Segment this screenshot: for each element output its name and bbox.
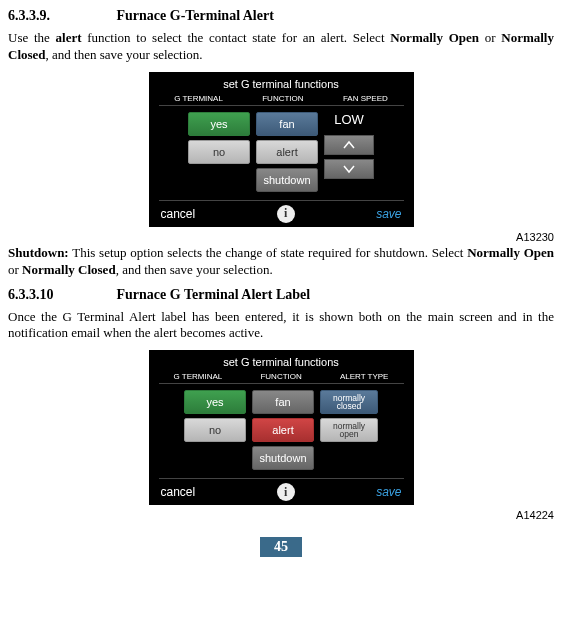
chevron-up-icon [343,140,355,150]
save-button[interactable]: save [376,207,401,221]
fan-speed-column: LOW [324,112,374,192]
g-terminal-column: yes no [188,112,250,192]
separator [159,383,404,384]
text: , and then save your selection. [116,262,273,277]
page-number-wrap: 45 [8,537,554,557]
figure-1: set G terminal functions G TERMINAL FUNC… [8,72,554,227]
chevron-down-icon [343,164,355,174]
text: function to select the contact state for… [82,30,391,45]
header-alert-type: ALERT TYPE [340,372,388,381]
columns-row: yes no fan alert shutdown normally close… [149,390,414,470]
yes-button[interactable]: yes [184,390,246,414]
text: or [8,262,22,277]
section2-paragraph: Once the G Terminal Alert label has been… [8,309,554,343]
alert-button[interactable]: alert [252,418,314,442]
no-button[interactable]: no [188,140,250,164]
header-function: FUNCTION [260,372,301,381]
screen-title: set G terminal functions [149,78,414,90]
down-arrow-button[interactable] [324,159,374,179]
info-icon[interactable]: i [277,205,295,223]
text: open [340,430,359,439]
separator [159,105,404,106]
normally-closed-button[interactable]: normally closed [320,390,378,414]
yes-button[interactable]: yes [188,112,250,136]
normally-open-button[interactable]: normally open [320,418,378,442]
header-function: FUNCTION [262,94,303,103]
separator [159,200,404,201]
text: closed [337,402,362,411]
section-title-1: Furnace G-Terminal Alert [117,8,274,23]
figure-id-1: A13230 [8,231,554,243]
separator [159,478,404,479]
info-icon[interactable]: i [277,483,295,501]
fan-button[interactable]: fan [252,390,314,414]
columns-row: yes no fan alert shutdown LOW [149,112,414,192]
section-number-2: 6.3.3.10 [8,287,113,303]
fan-button[interactable]: fan [256,112,318,136]
screen-footer: cancel i save [149,205,414,223]
section-heading-2: 6.3.3.10 Furnace G Terminal Alert Label [8,287,554,303]
g-terminal-column: yes no [184,390,246,470]
alert-type-column: normally closed normally open [320,390,378,470]
header-g-terminal: G TERMINAL [174,94,223,103]
page-number: 45 [260,537,302,557]
bold-text: Normally Open [467,245,554,260]
header-fan-speed: FAN SPEED [343,94,388,103]
device-screen-2: set G terminal functions G TERMINAL FUNC… [149,350,414,505]
screen-footer: cancel i save [149,483,414,501]
function-column: fan alert shutdown [252,390,314,470]
text: Use the [8,30,56,45]
shutdown-label: Shutdown: [8,245,69,260]
screen-title: set G terminal functions [149,356,414,368]
up-arrow-button[interactable] [324,135,374,155]
bold-text: alert [56,30,82,45]
cancel-button[interactable]: cancel [161,485,196,499]
shutdown-button[interactable]: shutdown [256,168,318,192]
shutdown-paragraph: Shutdown: This setup option selects the … [8,245,554,279]
text: This setup option selects the change of … [69,245,467,260]
column-headers: G TERMINAL FUNCTION ALERT TYPE [149,372,414,381]
figure-2: set G terminal functions G TERMINAL FUNC… [8,350,554,505]
function-column: fan alert shutdown [256,112,318,192]
text: , and then save your selection. [46,47,203,62]
text: or [479,30,501,45]
section-heading-1: 6.3.3.9. Furnace G-Terminal Alert [8,8,554,24]
column-headers: G TERMINAL FUNCTION FAN SPEED [149,94,414,103]
shutdown-button[interactable]: shutdown [252,446,314,470]
section-title-2: Furnace G Terminal Alert Label [117,287,311,302]
section1-paragraph: Use the alert function to select the con… [8,30,554,64]
header-g-terminal: G TERMINAL [174,372,223,381]
alert-button[interactable]: alert [256,140,318,164]
fan-speed-value: LOW [334,112,364,127]
save-button[interactable]: save [376,485,401,499]
device-screen-1: set G terminal functions G TERMINAL FUNC… [149,72,414,227]
no-button[interactable]: no [184,418,246,442]
section-number-1: 6.3.3.9. [8,8,113,24]
cancel-button[interactable]: cancel [161,207,196,221]
bold-text: Normally Open [390,30,479,45]
figure-id-2: A14224 [8,509,554,521]
bold-text: Normally Closed [22,262,116,277]
